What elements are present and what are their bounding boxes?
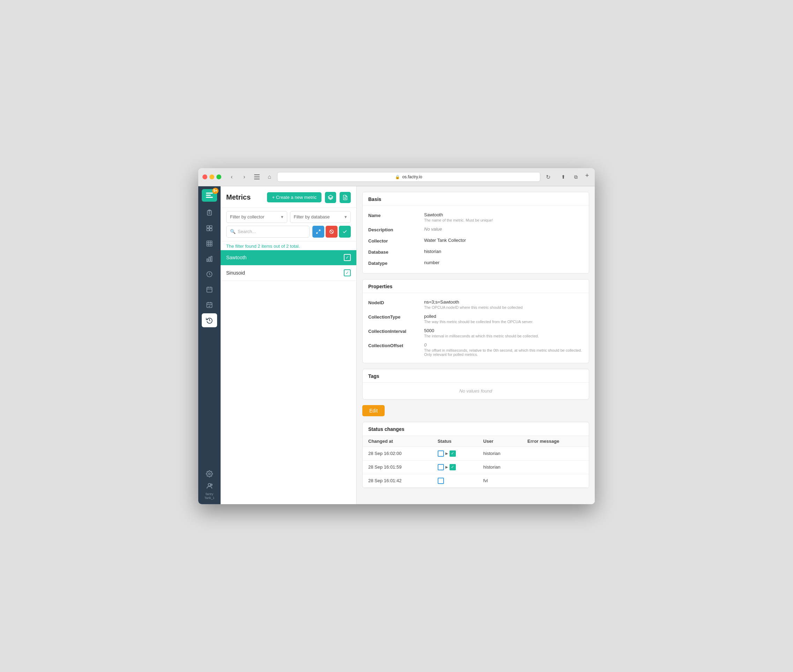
forward-button[interactable]: › (239, 172, 249, 182)
tags-empty: No values found (363, 383, 589, 399)
disable-button[interactable] (326, 226, 338, 238)
svg-rect-24 (207, 302, 212, 307)
basis-section: Basis Name Sawtooth The name of the metr… (362, 192, 589, 274)
sidebar-item-clock[interactable] (202, 267, 217, 281)
sidebar-nav (202, 203, 217, 467)
status-title: Status changes (363, 422, 589, 435)
metric-label: Sawtooth (226, 255, 344, 260)
create-metric-button[interactable]: + Create a new metric (267, 192, 322, 202)
check-icon-selected: ✓ (344, 254, 351, 261)
status-icons-wrap-1: ▶ ✓ (438, 450, 472, 457)
logo-line-2 (206, 195, 211, 196)
filter-database-select[interactable]: Filter by database ▾ (290, 211, 351, 223)
back-button[interactable]: ‹ (227, 172, 237, 182)
sidebar-toggle-button[interactable] (252, 172, 262, 182)
home-button[interactable]: ⌂ (264, 172, 274, 182)
main-content: Metrics + Create a new metric (221, 186, 595, 504)
properties-body: NodeID ns=3;s=Sawtooth The OPCUA nodeID … (363, 293, 589, 363)
status-arrow-1: ▶ (445, 451, 448, 455)
status-row-3: 28 Sep 16:01:42 fvl (363, 474, 589, 487)
field-nodeid: NodeID ns=3;s=Sawtooth The OPCUA nodeID … (363, 297, 589, 312)
metric-item-sawtooth[interactable]: Sawtooth ✓ (221, 250, 356, 266)
svg-rect-0 (254, 174, 260, 175)
field-nodeid-label: NodeID (368, 299, 424, 305)
check-icon-green: ✓ (344, 269, 351, 276)
svg-rect-9 (207, 228, 210, 230)
field-database: Database historian (363, 247, 589, 258)
status-changed-at-3: 28 Sep 16:01:42 (363, 474, 432, 487)
sidebar-item-history[interactable] (202, 313, 217, 327)
sidebar-item-settings[interactable] (202, 467, 217, 481)
new-tab-button[interactable]: + (583, 172, 591, 179)
field-name-value: Sawtooth (424, 212, 583, 218)
expand-button[interactable] (312, 226, 324, 238)
svg-rect-20 (207, 287, 212, 292)
sidebar-item-table[interactable] (202, 237, 217, 251)
enable-button[interactable] (339, 226, 351, 238)
search-input[interactable] (238, 229, 306, 234)
status-row-2: 28 Sep 16:01:59 ▶ ✓ historian (363, 460, 589, 474)
edit-button[interactable]: Edit (362, 405, 384, 416)
traffic-lights (202, 174, 221, 179)
field-ct-label: CollectionType (368, 314, 424, 320)
sidebar-logo[interactable]: 9+ (202, 189, 217, 202)
field-collector-value: Water Tank Collector (424, 238, 583, 243)
field-desc-value-wrap: No value (424, 226, 583, 232)
refresh-button[interactable]: ↻ (543, 172, 553, 182)
metric-item-sinusoid[interactable]: Sinusoid ✓ (221, 266, 356, 281)
sidebar-item-bar-chart[interactable] (202, 252, 217, 266)
field-ct-value-wrap: polled The way this metric should be col… (424, 314, 583, 324)
status-arrow-2: ▶ (445, 465, 448, 469)
field-desc-label: Description (368, 226, 424, 232)
metrics-panel: Metrics + Create a new metric (221, 186, 357, 504)
toolbar-right: ⬆ ⧉ + (558, 172, 591, 182)
field-name-hint: The name of the metric. Must be unique! (424, 218, 583, 222)
filter-collector-label: Filter by collector (230, 214, 264, 219)
sidebar-user[interactable]: factryTank_1 (204, 482, 214, 500)
metric-label-2: Sinusoid (226, 270, 344, 276)
sidebar-item-dashboard[interactable] (202, 221, 217, 235)
field-db-value: historian (424, 249, 583, 254)
field-collection-type: CollectionType polled The way this metri… (363, 312, 589, 326)
status-user-1: historian (478, 446, 522, 460)
sidebar-item-schedule[interactable] (202, 298, 217, 312)
svg-rect-18 (211, 256, 212, 261)
export-button[interactable] (340, 192, 351, 203)
col-user: User (478, 435, 522, 446)
status-check-1: ✓ (450, 450, 456, 457)
svg-line-37 (330, 230, 333, 233)
chevron-down-icon: ▾ (281, 214, 284, 219)
sidebar-item-clipboard[interactable] (202, 206, 217, 220)
svg-point-28 (209, 473, 210, 475)
field-name-value-wrap: Sawtooth The name of the metric. Must be… (424, 212, 583, 222)
field-ci-value: 5000 (424, 328, 583, 333)
svg-rect-16 (207, 259, 208, 262)
field-collector: Collector Water Tank Collector (363, 235, 589, 247)
status-changed-at-1: 28 Sep 16:02:00 (363, 446, 432, 460)
sidebar-item-calendar[interactable] (202, 283, 217, 297)
metrics-title: Metrics (226, 193, 264, 201)
tags-section: Tags No values found (362, 369, 589, 400)
close-button[interactable] (202, 174, 207, 179)
svg-rect-7 (207, 226, 210, 228)
status-icons-2: ▶ ✓ (432, 460, 478, 474)
minimize-button[interactable] (210, 174, 214, 179)
logo-lines (206, 193, 213, 198)
share-button[interactable]: ⬆ (558, 172, 568, 182)
detail-panel: Basis Name Sawtooth The name of the metr… (357, 186, 595, 504)
filter-result: The filter found 2 items out of 2 total. (221, 242, 356, 250)
field-nodeid-value: ns=3;s=Sawtooth (424, 299, 583, 305)
field-collection-offset: CollectionOffset 0 The offset in millise… (363, 340, 589, 359)
svg-rect-1 (254, 176, 260, 177)
status-error-3 (522, 474, 589, 487)
duplicate-button[interactable]: ⧉ (571, 172, 581, 182)
field-co-value-wrap: 0 The offset in milliseconds, relative t… (424, 342, 583, 357)
status-user-2: historian (478, 460, 522, 474)
filter-collector-select[interactable]: Filter by collector ▾ (226, 211, 287, 223)
layers-button[interactable] (325, 192, 336, 203)
status-box-icon-2 (438, 464, 444, 470)
maximize-button[interactable] (216, 174, 221, 179)
basis-title: Basis (363, 192, 589, 206)
search-row: 🔍 (226, 226, 351, 238)
status-changed-at-2: 28 Sep 16:01:59 (363, 460, 432, 474)
